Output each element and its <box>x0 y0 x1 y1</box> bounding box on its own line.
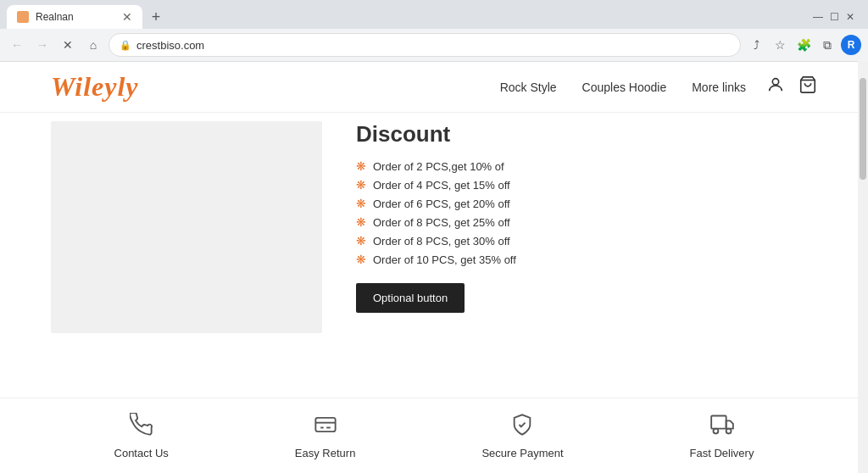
discount-text-6: Order of 10 PCS, get 35% off <box>373 253 516 266</box>
list-item: ❋ Order of 8 PCS, get 25% off <box>356 215 817 229</box>
list-item: ❋ Order of 4 PCS, get 15% off <box>356 178 817 192</box>
minimize-button[interactable]: — <box>813 11 823 23</box>
profile-button[interactable]: R <box>841 35 861 55</box>
tab-close-button[interactable]: ✕ <box>122 11 132 23</box>
maximize-button[interactable]: ☐ <box>830 11 839 23</box>
discount-text-2: Order of 4 PCS, get 15% off <box>373 179 510 192</box>
forward-button[interactable]: → <box>32 35 53 55</box>
svg-rect-2 <box>315 418 335 431</box>
discount-list: ❋ Order of 2 PCS,get 10% of ❋ Order of 4… <box>356 159 817 266</box>
header-icons <box>766 75 817 98</box>
shield-icon <box>510 413 534 440</box>
svg-rect-6 <box>711 416 726 429</box>
feature-contact-us: Contact Us <box>114 413 169 459</box>
tab-favicon <box>17 11 29 23</box>
discount-text-3: Order of 6 PCS, get 20% off <box>373 198 510 210</box>
discount-text-4: Order of 8 PCS, get 25% off <box>373 216 510 229</box>
star-icon-6: ❋ <box>356 253 366 266</box>
phone-icon <box>130 413 153 440</box>
scrollbar-thumb[interactable] <box>860 78 866 180</box>
bookmark-button[interactable]: ☆ <box>770 35 790 55</box>
page-content: Wileyly Rock Style Couples Hoodie More l… <box>0 62 868 473</box>
close-window-button[interactable]: ✕ <box>846 11 854 23</box>
active-tab[interactable]: Realnan ✕ <box>7 5 142 29</box>
scrollbar[interactable] <box>858 61 868 473</box>
feature-secure-payment: Secure Payment <box>481 413 563 459</box>
site-nav: Rock Style Couples Hoodie More links <box>500 81 746 94</box>
secure-payment-label: Secure Payment <box>481 447 563 459</box>
user-icon[interactable] <box>766 75 785 98</box>
nav-rock-style[interactable]: Rock Style <box>500 81 557 94</box>
nav-couples-hoodie[interactable]: Couples Hoodie <box>582 81 667 94</box>
product-details: Discount ❋ Order of 2 PCS,get 10% of ❋ O… <box>356 113 817 398</box>
svg-point-7 <box>713 429 718 434</box>
share-button[interactable]: ⤴ <box>746 35 766 55</box>
feature-easy-return: Easy Return <box>295 413 356 459</box>
url-box[interactable]: 🔒 crestbiso.com <box>108 33 741 57</box>
tab-bar: Realnan ✕ + — ☐ ✕ <box>0 0 868 29</box>
tab-title: Realnan <box>36 11 115 23</box>
list-item: ❋ Order of 6 PCS, get 20% off <box>356 197 817 210</box>
list-item: ❋ Order of 10 PCS, get 35% off <box>356 253 817 266</box>
feature-fast-delivery: Fast Delivery <box>690 413 754 459</box>
address-bar: ← → ✕ ⌂ 🔒 crestbiso.com ⤴ ☆ 🧩 ⧉ R <box>0 29 868 61</box>
discount-text-1: Order of 2 PCS,get 10% of <box>373 160 504 173</box>
site-header: Wileyly Rock Style Couples Hoodie More l… <box>0 62 868 113</box>
star-icon-2: ❋ <box>356 178 366 192</box>
browser-chrome: Realnan ✕ + — ☐ ✕ ← → ✕ ⌂ 🔒 crestbiso.co… <box>0 0 868 62</box>
discount-text-5: Order of 8 PCS, get 30% off <box>373 235 510 248</box>
delivery-icon <box>710 413 734 440</box>
browser-actions: ⤴ ☆ 🧩 ⧉ R <box>746 35 861 55</box>
back-button[interactable]: ← <box>7 35 27 55</box>
new-tab-button[interactable]: + <box>146 7 166 27</box>
star-icon-1: ❋ <box>356 159 366 173</box>
list-item: ❋ Order of 2 PCS,get 10% of <box>356 159 817 173</box>
return-icon <box>314 413 337 440</box>
fast-delivery-label: Fast Delivery <box>690 447 754 459</box>
star-icon-4: ❋ <box>356 215 366 229</box>
optional-button[interactable]: Optional button <box>356 283 465 313</box>
site-logo: Wileyly <box>51 71 139 103</box>
star-icon-3: ❋ <box>356 197 366 210</box>
svg-point-8 <box>726 429 731 434</box>
split-view-button[interactable]: ⧉ <box>817 35 837 55</box>
discount-title: Discount <box>356 121 817 147</box>
nav-more-links[interactable]: More links <box>692 81 746 94</box>
star-icon-5: ❋ <box>356 234 366 248</box>
footer-features: Contact Us Easy Return Secure Payment <box>0 398 868 473</box>
url-text: crestbiso.com <box>136 39 204 52</box>
product-image <box>51 121 322 333</box>
cart-icon[interactable] <box>798 75 817 98</box>
easy-return-label: Easy Return <box>295 447 356 459</box>
list-item: ❋ Order of 8 PCS, get 30% off <box>356 234 817 248</box>
contact-us-label: Contact Us <box>114 447 169 459</box>
svg-point-0 <box>772 79 778 85</box>
close-button[interactable]: ✕ <box>58 35 78 55</box>
home-button[interactable]: ⌂ <box>83 35 103 55</box>
main-content: Discount ❋ Order of 2 PCS,get 10% of ❋ O… <box>0 113 868 398</box>
extensions-button[interactable]: 🧩 <box>793 35 814 55</box>
window-controls: — ☐ ✕ <box>813 11 861 23</box>
lock-icon: 🔒 <box>120 40 131 51</box>
